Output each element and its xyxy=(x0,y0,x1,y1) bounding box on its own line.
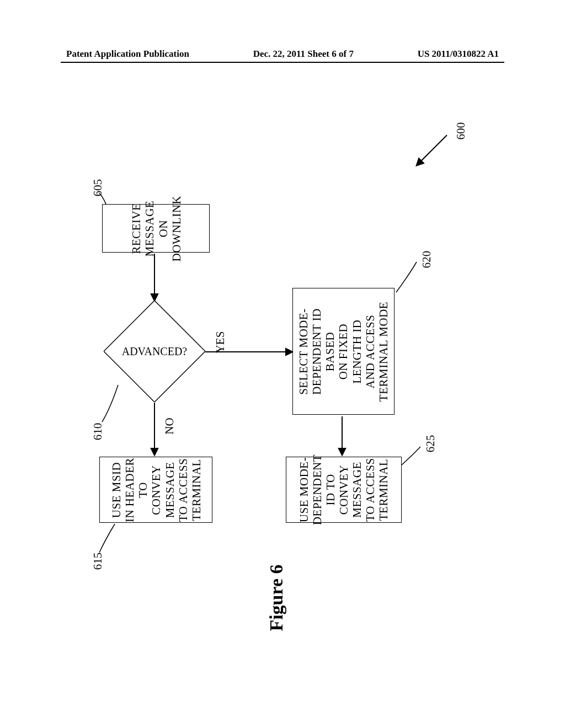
header-right: US 2011/0310822 A1 xyxy=(418,49,499,60)
process-box-615: USE MSID IN HEADER TO CONVEY MESSAGE TO … xyxy=(99,457,212,523)
process-box-625-text: USE MODE-DEPENDENT ID TO CONVEY MESSAGE … xyxy=(286,457,402,523)
page: Patent Application Publication Dec. 22, … xyxy=(0,0,565,728)
decision-no-label: NO xyxy=(163,417,177,434)
header-center: Dec. 22, 2011 Sheet 6 of 7 xyxy=(253,49,354,60)
process-box-620: SELECT MODE- DEPENDENT ID BASED ON FIXED… xyxy=(292,288,395,415)
header-rule xyxy=(61,62,504,63)
process-box-625: USE MODE-DEPENDENT ID TO CONVEY MESSAGE … xyxy=(286,457,402,523)
diagram-ref-600: 600 xyxy=(454,122,468,140)
flowchart-diagram: 600 xyxy=(99,116,486,629)
ref-605: 605 xyxy=(91,179,105,197)
process-box-605: RECEIVE MESSAGE ON DOWNLINK xyxy=(102,204,210,253)
svg-line-0 xyxy=(417,135,447,165)
process-box-605-text: RECEIVE MESSAGE ON DOWNLINK xyxy=(102,204,210,253)
decision-yes-label: YES xyxy=(214,331,227,354)
decision-610-text: ADVANCED? xyxy=(104,345,205,358)
decision-610: ADVANCED? xyxy=(104,301,205,402)
header-row: Patent Application Publication Dec. 22, … xyxy=(0,49,565,62)
header-left: Patent Application Publication xyxy=(66,49,189,60)
ref-625: 625 xyxy=(424,435,438,453)
page-header: Patent Application Publication Dec. 22, … xyxy=(0,49,565,63)
process-box-615-text: USE MSID IN HEADER TO CONVEY MESSAGE TO … xyxy=(99,457,212,523)
ref-610: 610 xyxy=(91,423,105,441)
ref-620: 620 xyxy=(420,251,434,269)
process-box-620-text: SELECT MODE- DEPENDENT ID BASED ON FIXED… xyxy=(292,301,395,402)
ref-615: 615 xyxy=(91,553,105,570)
figure-caption: Figure 6 xyxy=(266,564,287,631)
